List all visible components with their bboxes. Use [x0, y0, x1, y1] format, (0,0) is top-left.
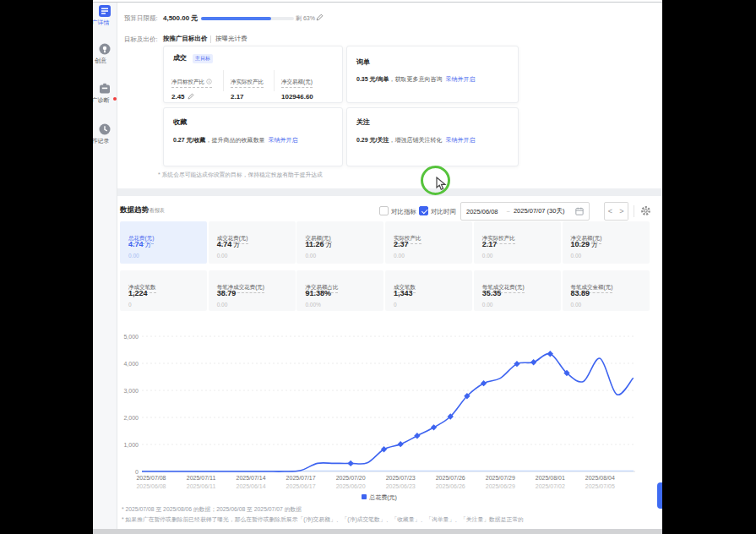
svg-text:2025/07/11: 2025/07/11: [187, 475, 216, 481]
metric-value: 2.37: [394, 240, 409, 248]
idea-icon: [99, 43, 111, 55]
metric-card[interactable]: 每笔成交花费(元)35.350.00: [474, 270, 561, 311]
svg-text:2025/06/08: 2025/06/08: [136, 483, 166, 489]
goal-card-inquiry-title: 询单: [356, 57, 370, 67]
chart-footnote-2: * 如果推广在暂停或删除前已经获得了曝光，那么在暂停或删除后展示「(净)交易额」…: [122, 515, 524, 524]
svg-text:2025/06/14: 2025/06/14: [237, 483, 266, 489]
metric-card[interactable]: 实际投产比2.370.00: [385, 221, 472, 264]
svg-text:3,000: 3,000: [123, 388, 139, 394]
compare-metric-label: 对比指标: [391, 208, 416, 216]
budget-remaining: 剩 63%: [296, 14, 315, 23]
metric-value: 4.74万: [217, 240, 240, 249]
control-divider: [634, 205, 634, 217]
goal-card-inquiry: 询单 0.35 元/询单，获取更多意向咨询采纳并开启: [346, 46, 519, 103]
svg-text:2025/07/08: 2025/07/08: [136, 475, 166, 481]
svg-text:0: 0: [135, 469, 139, 475]
legend-marker: [362, 494, 367, 499]
sidebar-item-detail[interactable]: 广详情: [93, 5, 117, 27]
sidebar-label-history: 作记录: [93, 137, 112, 145]
date-range-picker[interactable]: 2025/06/08 ~ 2025/07/07 (30天): [460, 202, 590, 221]
goal-bid-label: 目标及出价:: [124, 35, 158, 44]
adopt-enable-link[interactable]: 采纳并开启: [269, 137, 298, 143]
date-start: 2025/06/08: [466, 208, 498, 215]
metric-card[interactable]: 交易额(元)11.26万0.00: [296, 221, 383, 264]
budget-value: 4,500.00 元: [163, 14, 198, 23]
trend-line-chart[interactable]: 01,0002,0003,0004,0005,0002025/07/082025…: [118, 328, 642, 493]
svg-text:1,000: 1,000: [123, 442, 139, 448]
metric-card[interactable]: 净交易额(元)10.29万0.00: [563, 221, 650, 264]
metric-card[interactable]: 每笔净成交花费(元)38.790.00: [209, 270, 296, 311]
svg-text:2025/06/29: 2025/06/29: [486, 483, 515, 489]
svg-text:2025/07/26: 2025/07/26: [436, 475, 465, 481]
mouse-cursor: [436, 177, 448, 192]
metric-compare-value: 0: [394, 302, 397, 308]
metric-compare-value: 0.00: [217, 302, 228, 308]
metric-card[interactable]: 每笔成交金额(元)83.890.00: [563, 270, 650, 311]
svg-text:2025/08/04: 2025/08/04: [585, 475, 615, 481]
edit-roi-icon[interactable]: [188, 93, 194, 100]
metric-card[interactable]: 净实际投产比2.170.00: [474, 221, 561, 264]
next-period-button[interactable]: >: [616, 202, 628, 221]
metric-value: 4.74万: [128, 240, 151, 249]
metric-card[interactable]: 成交花费(元)4.74万0.00: [209, 221, 296, 264]
main-panel: 广详情 创意 广诊断 作记录 预算日限额: 4,500.00 元 剩 63%: [93, 0, 662, 534]
budget-label: 预算日限额:: [124, 14, 158, 23]
goal-card-deal: 成交 主目标 净目标投产比 2.45 净实际投产比 2.17 净交易额(元) 1…: [163, 46, 343, 103]
goal-footnote: * 系统会尽可能达成你设置的目标，保持稳定投放有助于提升达成: [158, 171, 323, 179]
svg-text:2025/07/02: 2025/07/02: [536, 483, 565, 489]
svg-text:2025/06/23: 2025/06/23: [386, 483, 416, 489]
history-icon: [99, 123, 111, 135]
metric-value: 10.29万: [571, 240, 598, 249]
budget-goal-section: 预算日限额: 4,500.00 元 剩 63% 目标及出价: 按推广目标出价 按…: [117, 3, 662, 188]
sidebar-label-detail: 广详情: [93, 19, 112, 27]
svg-text:2,000: 2,000: [123, 415, 139, 421]
sidebar: 广详情 创意 广诊断 作记录: [93, 3, 117, 534]
tab-bid-by-goal[interactable]: 按推广目标出价: [163, 35, 208, 43]
deal-metric-1: 净实际投产比 2.17: [231, 72, 264, 101]
metric-card[interactable]: 成交笔数1,3430: [385, 270, 472, 311]
settings-gear-icon[interactable]: [640, 205, 651, 216]
bottom-scrollbar[interactable]: [93, 529, 662, 534]
svg-text:2025/07/17: 2025/07/17: [286, 475, 316, 481]
svg-text:2025/06/20: 2025/06/20: [336, 483, 366, 489]
metric-value: 38.79: [217, 289, 237, 297]
metric-value: 2.17: [482, 240, 498, 248]
compare-time-checkbox[interactable]: [419, 206, 428, 215]
metric-compare-value: 0.00: [394, 253, 405, 259]
info-icon[interactable]: [206, 79, 212, 84]
adopt-enable-link[interactable]: 采纳并开启: [446, 76, 476, 82]
sidebar-item-creative[interactable]: 创意: [93, 43, 117, 65]
metric-compare-value: 0.00: [482, 253, 493, 259]
metric-card[interactable]: 总花费(元)4.74万0.00: [120, 221, 207, 264]
svg-text:2025/06/11: 2025/06/11: [187, 483, 216, 489]
adopt-enable-link[interactable]: 采纳并开启: [446, 137, 476, 143]
svg-text:2025/07/29: 2025/07/29: [486, 475, 515, 481]
sidebar-item-diagnose[interactable]: 广诊断: [93, 83, 117, 105]
svg-text:2025/06/17: 2025/06/17: [286, 483, 316, 489]
metric-card[interactable]: 净成交笔数1,2240: [120, 270, 207, 311]
edit-budget-icon[interactable]: [316, 14, 324, 21]
compare-metric-checkbox[interactable]: [379, 206, 389, 215]
goal-card-favorite: 收藏 0.27 元/收藏，提升商品的收藏数量采纳并开启: [163, 107, 343, 166]
svg-text:4,000: 4,000: [123, 361, 139, 367]
tab-bid-by-impression[interactable]: 按曝光计费: [215, 35, 247, 43]
metric-card[interactable]: 净交易额占比91.38%0.00%: [296, 270, 383, 311]
metric-value: 91.38%: [305, 289, 331, 297]
prev-period-button[interactable]: <: [604, 202, 617, 221]
goal-card-follow: 关注 0.29 元/关注，增强店铺关注转化采纳并开启: [346, 107, 519, 166]
sidebar-item-history[interactable]: 作记录: [93, 123, 117, 145]
view-report-link[interactable]: 查看报表: [144, 207, 165, 215]
svg-text:2025/07/20: 2025/07/20: [336, 475, 366, 481]
diagnose-icon: [99, 83, 111, 95]
calendar-icon: [575, 207, 584, 215]
svg-text:2025/08/01: 2025/08/01: [536, 475, 565, 481]
deal-metric-0: 净目标投产比 2.45: [171, 72, 212, 101]
metric-compare-value: 0.00: [571, 302, 582, 308]
svg-text:2025/06/26: 2025/06/26: [436, 483, 465, 489]
metric-compare-value: 0.00: [571, 253, 582, 259]
metric-compare-value: 0.00: [217, 253, 228, 259]
goal-card-follow-title: 关注: [356, 117, 370, 127]
feedback-pill[interactable]: [657, 482, 662, 509]
deal-metric-2: 净交易额(元) 102946.60: [281, 72, 313, 101]
chart-footnote-1: * 2025/07/08 至 2025/08/06 的数据；2025/06/08…: [122, 505, 302, 514]
